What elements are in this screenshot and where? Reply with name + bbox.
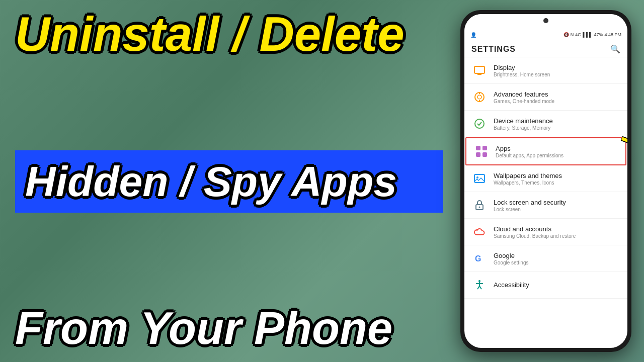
google-title: Google <box>494 252 620 259</box>
phone-screen: 👤 🔇 N 4G ▌▌▌ 47% 4:48 PM SETTINGS 🔍 <box>464 14 627 348</box>
settings-item-cloud[interactable]: Cloud and accounts Samsung Cloud, Backup… <box>464 219 627 245</box>
person-icon: 👤 <box>470 32 476 38</box>
status-right: 🔇 N 4G ▌▌▌ 47% 4:48 PM <box>564 32 621 37</box>
title-uninstall: Uninstall / Delete <box>15 10 443 58</box>
battery-text: 47% <box>594 32 603 37</box>
lock-icon <box>471 197 488 213</box>
advanced-features-icon <box>471 89 488 105</box>
status-bar: 👤 🔇 N 4G ▌▌▌ 47% 4:48 PM <box>464 29 627 40</box>
advanced-subtitle: Games, One-handed mode <box>494 99 620 104</box>
cloud-title: Cloud and accounts <box>494 225 620 233</box>
settings-item-accessibility[interactable]: Accessibility <box>464 272 627 299</box>
bottom-text: From Your Phone <box>15 305 443 352</box>
device-title: Device maintenance <box>494 117 620 125</box>
settings-item-advanced[interactable]: Advanced features Games, One-handed mode <box>464 84 627 111</box>
status-left: 👤 <box>470 32 476 38</box>
svg-rect-9 <box>482 146 487 150</box>
advanced-title: Advanced features <box>494 90 620 98</box>
svg-point-4 <box>477 95 481 99</box>
title-text: Uninstall / Delete <box>15 10 443 58</box>
phone-top-bar <box>464 14 627 29</box>
device-text: Device maintenance Battery, Storage, Mem… <box>494 117 620 131</box>
device-subtitle: Battery, Storage, Memory <box>494 125 620 131</box>
google-subtitle: Google settings <box>494 260 620 265</box>
phone-container: 👤 🔇 N 4G ▌▌▌ 47% 4:48 PM SETTINGS 🔍 <box>448 0 644 362</box>
banner-text: Hidden / Spy Apps <box>25 159 433 204</box>
cloud-subtitle: Samsung Cloud, Backup and restore <box>494 233 620 239</box>
mute-icon: 🔇 <box>564 32 569 37</box>
svg-rect-13 <box>474 174 485 183</box>
settings-item-display[interactable]: Display Brightness, Home screen <box>464 57 627 84</box>
display-text: Display Brightness, Home screen <box>494 64 620 77</box>
settings-item-google[interactable]: G Google Google settings <box>464 245 627 272</box>
apps-icon <box>473 143 490 159</box>
svg-point-14 <box>476 176 478 178</box>
wallpaper-title: Wallpapers and themes <box>494 172 620 179</box>
svg-rect-11 <box>482 152 487 157</box>
lock-title: Lock screen and security <box>494 199 620 206</box>
display-title: Display <box>494 64 620 71</box>
accessibility-text: Accessibility <box>494 281 620 289</box>
camera <box>543 18 548 23</box>
svg-rect-0 <box>474 66 485 73</box>
4g-icon: 4G <box>575 32 581 37</box>
lock-subtitle: Lock screen <box>494 207 620 212</box>
lock-text: Lock screen and security Lock screen <box>494 199 620 212</box>
svg-point-16 <box>479 207 480 208</box>
cloud-text: Cloud and accounts Samsung Cloud, Backup… <box>494 225 620 239</box>
settings-header: SETTINGS 🔍 <box>464 40 627 57</box>
svg-text:G: G <box>475 254 481 263</box>
advanced-text: Advanced features Games, One-handed mode <box>494 90 620 104</box>
svg-point-18 <box>478 280 480 282</box>
settings-item-lock[interactable]: Lock screen and security Lock screen <box>464 192 627 219</box>
google-text: Google Google settings <box>494 252 620 265</box>
settings-item-wallpaper[interactable]: Wallpapers and themes Wallpapers, Themes… <box>464 165 627 192</box>
google-icon: G <box>471 250 488 266</box>
nfc-icon: N <box>571 32 574 37</box>
svg-rect-8 <box>476 146 480 150</box>
accessibility-title: Accessibility <box>494 281 620 289</box>
apps-title: Apps <box>496 145 618 152</box>
apps-subtitle: Default apps, App permissions <box>496 153 618 158</box>
cloud-icon <box>471 224 488 240</box>
settings-item-apps[interactable]: Apps Default apps, App permissions <box>465 137 626 165</box>
time-text: 4:48 PM <box>604 32 621 37</box>
phone-mockup: 👤 🔇 N 4G ▌▌▌ 47% 4:48 PM SETTINGS 🔍 <box>460 10 631 352</box>
apps-text: Apps Default apps, App permissions <box>496 145 618 158</box>
wallpaper-icon <box>471 170 488 187</box>
settings-item-device[interactable]: Device maintenance Battery, Storage, Mem… <box>464 111 627 137</box>
display-subtitle: Brightness, Home screen <box>494 72 620 77</box>
signal-icon: ▌▌▌ <box>583 32 592 37</box>
settings-list: Display Brightness, Home screen <box>464 57 627 299</box>
search-icon[interactable]: 🔍 <box>610 44 620 54</box>
svg-point-7 <box>475 119 484 128</box>
wallpaper-subtitle: Wallpapers, Themes, Icons <box>494 180 620 186</box>
accessibility-icon <box>471 277 488 293</box>
blue-banner: Hidden / Spy Apps <box>15 150 443 213</box>
wallpaper-text: Wallpapers and themes Wallpapers, Themes… <box>494 172 620 186</box>
device-maintenance-icon <box>471 116 488 132</box>
left-content: Uninstall / Delete Hidden / Spy Apps Fro… <box>0 0 458 362</box>
settings-title: SETTINGS <box>471 45 516 54</box>
svg-rect-10 <box>476 152 480 157</box>
svg-line-22 <box>479 286 481 289</box>
display-icon <box>471 62 488 78</box>
